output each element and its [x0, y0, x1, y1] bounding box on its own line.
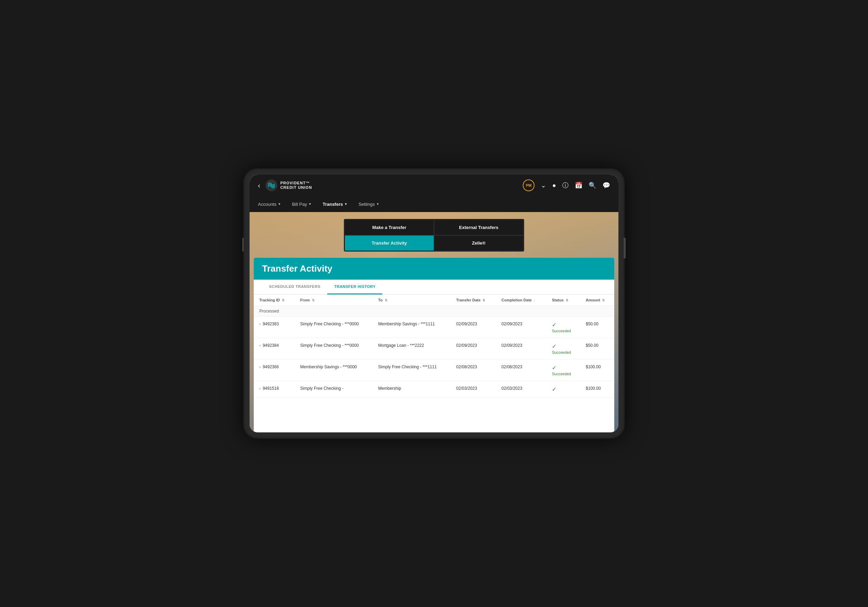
- cell-completion-date: 02/08/2023: [496, 360, 547, 381]
- nav-settings[interactable]: Settings ▼: [358, 200, 379, 208]
- nav-right: PM ⌄ ● ⓘ 📅 🔍 💬: [523, 180, 610, 191]
- chevron-down-icon[interactable]: ⌄: [541, 181, 546, 189]
- help-icon[interactable]: ⓘ: [562, 181, 569, 189]
- sort-icon: ⇅: [282, 299, 285, 302]
- expand-button[interactable]: › 9491518: [259, 386, 289, 391]
- cell-completion-date: 02/03/2023: [496, 381, 547, 398]
- side-button-left: [242, 238, 244, 252]
- content-area: Transfer Activity SCHEDULED TRANSFERS TR…: [250, 258, 618, 432]
- col-to[interactable]: To ⇅: [373, 294, 451, 306]
- cell-from: Simply Free Checking - ***0000: [294, 317, 373, 338]
- logo: PROVIDENT™ CREDIT UNION: [265, 179, 312, 192]
- side-button-right: [624, 238, 626, 259]
- top-nav: ‹ PROVIDENT™ CREDIT UNION PM: [250, 175, 618, 196]
- table-row: › 9491518 Simply Free Checking - Members…: [254, 381, 614, 398]
- group-label: Processed: [254, 306, 614, 317]
- chevron-icon: ▼: [308, 202, 312, 206]
- sort-icon: ↓: [534, 299, 536, 302]
- success-icon: ✓: [552, 322, 556, 328]
- cell-status: ✓ Succeeded: [546, 360, 580, 381]
- success-icon: ✓: [552, 364, 556, 371]
- transfer-table: Tracking ID ⇅ From ⇅ To: [254, 294, 614, 398]
- chevron-right-icon: ›: [259, 343, 261, 347]
- message-icon[interactable]: 💬: [603, 181, 610, 189]
- cell-completion-date: 02/09/2023: [496, 317, 547, 338]
- status-text: Succeeded: [552, 350, 571, 355]
- user-initials: PM: [526, 183, 532, 187]
- tablet-screen: ‹ PROVIDENT™ CREDIT UNION PM: [250, 175, 618, 432]
- cell-to: Simply Free Checking - ***1111: [373, 360, 451, 381]
- col-tracking-id[interactable]: Tracking ID ⇅: [254, 294, 294, 306]
- cell-amount: $100.00: [580, 381, 614, 398]
- cell-amount: $50.00: [580, 338, 614, 360]
- page-title: Transfer Activity: [262, 263, 606, 274]
- table-row: › 9492366 Membership Savings - ***0000 S…: [254, 360, 614, 381]
- col-amount[interactable]: Amount ⇅: [580, 294, 614, 306]
- cell-to: Mortgage Loan - ***2222: [373, 338, 451, 360]
- table-container: Tracking ID ⇅ From ⇅ To: [254, 294, 614, 398]
- logo-brand: PROVIDENT™: [281, 181, 312, 185]
- cell-from: Simply Free Checking - ***0000: [294, 338, 373, 360]
- nav-bill-pay[interactable]: Bill Pay ▼: [292, 200, 311, 208]
- content-header: Transfer Activity: [254, 258, 614, 280]
- cell-to: Membership Savings - ***1111: [373, 317, 451, 338]
- cell-tracking-id: › 9492383: [254, 317, 294, 338]
- sub-tab-scheduled[interactable]: SCHEDULED TRANSFERS: [262, 280, 327, 294]
- col-status[interactable]: Status ⇅: [546, 294, 580, 306]
- cell-status: ✓ Succeeded: [546, 338, 580, 360]
- cell-tracking-id: › 9492384: [254, 338, 294, 360]
- tab-grid: Make a Transfer External Transfers Trans…: [344, 219, 524, 252]
- table-header: Tracking ID ⇅ From ⇅ To: [254, 294, 614, 306]
- cell-from: Simply Free Checking -: [294, 381, 373, 398]
- expand-button[interactable]: › 9492383: [259, 322, 289, 327]
- table-row: › 9492384 Simply Free Checking - ***0000…: [254, 338, 614, 360]
- chevron-icon: ▼: [344, 202, 347, 206]
- back-button[interactable]: ‹: [258, 181, 260, 189]
- cell-amount: $100.00: [580, 360, 614, 381]
- sort-icon: ⇅: [602, 299, 605, 302]
- calendar-icon[interactable]: 📅: [575, 181, 582, 189]
- location-icon[interactable]: ●: [552, 182, 556, 189]
- nav-transfers[interactable]: Transfers ▼: [323, 200, 347, 208]
- search-icon[interactable]: 🔍: [589, 181, 596, 189]
- success-icon: ✓: [552, 343, 556, 350]
- col-completion-date[interactable]: Completion Date ↓: [496, 294, 547, 306]
- sort-icon: ⇅: [566, 299, 569, 302]
- logo-text: PROVIDENT™ CREDIT UNION: [281, 181, 312, 190]
- success-icon: ✓: [552, 386, 556, 393]
- nav-left: ‹ PROVIDENT™ CREDIT UNION: [258, 179, 312, 192]
- sort-icon: ⇅: [482, 299, 485, 302]
- sort-icon: ⇅: [385, 299, 388, 302]
- status-text: Succeeded: [552, 372, 571, 376]
- chevron-right-icon: ›: [259, 365, 261, 369]
- tab-zelle[interactable]: Zelle®: [434, 235, 524, 251]
- sub-tab-history[interactable]: TRANSFER HISTORY: [327, 280, 382, 294]
- menu-bar: Accounts ▼ Bill Pay ▼ Transfers ▼ Settin…: [250, 196, 618, 212]
- col-from[interactable]: From ⇅: [294, 294, 373, 306]
- chevron-icon: ▼: [376, 202, 379, 206]
- cell-transfer-date: 02/09/2023: [451, 317, 496, 338]
- logo-icon: [265, 179, 277, 192]
- tab-make-transfer[interactable]: Make a Transfer: [344, 220, 434, 235]
- chevron-right-icon: ›: [259, 322, 261, 326]
- nav-accounts[interactable]: Accounts ▼: [258, 200, 281, 208]
- table-row: › 9492383 Simply Free Checking - ***0000…: [254, 317, 614, 338]
- tab-transfer-activity[interactable]: Transfer Activity: [344, 235, 434, 251]
- group-row: Processed: [254, 306, 614, 317]
- tab-external-transfers[interactable]: External Transfers: [434, 220, 524, 235]
- cell-tracking-id: › 9491518: [254, 381, 294, 398]
- cell-transfer-date: 02/09/2023: [451, 338, 496, 360]
- cell-status: ✓: [546, 381, 580, 398]
- sort-icon: ⇅: [312, 299, 315, 302]
- tablet-frame: ‹ PROVIDENT™ CREDIT UNION PM: [243, 169, 625, 438]
- content-panel: Transfer Activity SCHEDULED TRANSFERS TR…: [254, 258, 614, 432]
- logo-sub: CREDIT UNION: [281, 185, 312, 190]
- transfer-tab-buttons: Make a Transfer External Transfers Trans…: [250, 219, 618, 252]
- cell-to: Membership: [373, 381, 451, 398]
- expand-button[interactable]: › 9492366: [259, 364, 289, 369]
- chevron-right-icon: ›: [259, 386, 261, 390]
- expand-button[interactable]: › 9492384: [259, 343, 289, 348]
- user-avatar[interactable]: PM: [523, 180, 535, 191]
- cell-amount: $50.00: [580, 317, 614, 338]
- col-transfer-date[interactable]: Transfer Date ⇅: [451, 294, 496, 306]
